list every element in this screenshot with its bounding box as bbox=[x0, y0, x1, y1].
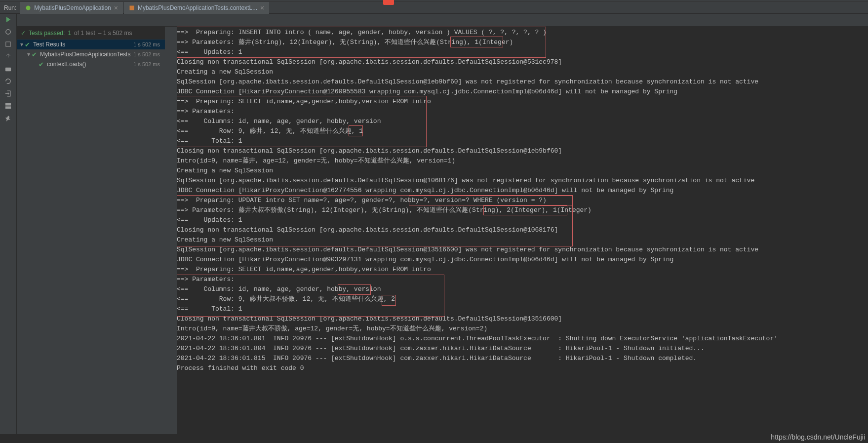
console-line: <== Total: 1 bbox=[177, 136, 866, 146]
console-line: Process finished with exit code 0 bbox=[177, 363, 866, 373]
status-count: 1 bbox=[68, 30, 71, 37]
console-line: Closing non transactional SqlSession [or… bbox=[177, 314, 866, 324]
refresh-icon[interactable] bbox=[4, 78, 12, 85]
tree-label: MybatisPlusDemoApplicationTests bbox=[40, 51, 130, 58]
tab-label: MybatisPlusDemoApplicationTests.contextL… bbox=[138, 4, 257, 11]
tree-time: 1 s 502 ms bbox=[133, 51, 163, 57]
console-line: ==> Preparing: SELECT id,name,age,gender… bbox=[177, 97, 866, 107]
svg-rect-6 bbox=[5, 106, 11, 109]
console-toolbar bbox=[165, 27, 177, 434]
console-line: <== Updates: 1 bbox=[177, 47, 866, 57]
run-label: Run: bbox=[0, 4, 20, 11]
svg-rect-5 bbox=[5, 103, 11, 106]
console-line: ==> Parameters: bbox=[177, 107, 866, 117]
console-line: ==> Preparing: INSERT INTO intro ( name,… bbox=[177, 28, 866, 38]
chevron-down-icon[interactable]: ▾ bbox=[19, 41, 25, 48]
svg-rect-1 bbox=[129, 5, 134, 10]
export-icon[interactable] bbox=[4, 53, 12, 60]
spring-icon bbox=[25, 5, 31, 11]
console-line: ==> Preparing: UPDATE intro SET name=?, … bbox=[177, 196, 866, 205]
console-line: <== Columns: id, name, age, gender, hobb… bbox=[177, 117, 866, 126]
svg-point-2 bbox=[6, 30, 10, 34]
tree-suite[interactable]: ▾ ✔ MybatisPlusDemoApplicationTests 1 s … bbox=[17, 49, 165, 59]
console-line: <== Updates: 1 bbox=[177, 215, 866, 225]
camera-icon[interactable] bbox=[4, 65, 12, 73]
console-line: SqlSession [org.apache.ibatis.session.de… bbox=[177, 77, 866, 87]
console-line: <== Row: 9, 藤井大叔不骄傲, 12, 无, 不知道些什么兴趣, 2 bbox=[177, 294, 866, 304]
console-line: Intro(id=9, name=藤井大叔不骄傲, age=12, gender… bbox=[177, 324, 866, 334]
console-line: 2021-04-22 18:36:01.804 INFO 20976 --- [… bbox=[177, 344, 866, 354]
console-line: Creating a new SqlSession bbox=[177, 166, 866, 176]
pass-icon: ✔ bbox=[32, 51, 37, 58]
console-output[interactable]: ==> Preparing: INSERT INTO intro ( name,… bbox=[177, 27, 868, 434]
console-line: Closing non transactional SqlSession [or… bbox=[177, 57, 866, 67]
svg-rect-3 bbox=[6, 42, 10, 46]
console-line: ==> Parameters: 藤井大叔不骄傲(String), 12(Inte… bbox=[177, 205, 866, 215]
tab-tests[interactable]: MybatisPlusDemoApplicationTests.contextL… bbox=[124, 2, 269, 14]
tree-label: contextLoads() bbox=[47, 61, 86, 68]
console-line: 2021-04-22 18:36:01.815 INFO 20976 --- [… bbox=[177, 354, 866, 363]
console-line: SqlSession [org.apache.ibatis.session.de… bbox=[177, 176, 866, 186]
console-line: Creating a new SqlSession bbox=[177, 67, 866, 77]
tree-time: 1 s 502 ms bbox=[133, 61, 163, 67]
exit-icon[interactable] bbox=[4, 90, 12, 97]
console-line: <== Row: 9, 藤井, 12, 无, 不知道些什么兴趣, 1 bbox=[177, 126, 866, 136]
tree-label: Test Results bbox=[33, 41, 65, 48]
pass-icon: ✔ bbox=[39, 61, 44, 68]
tree-root[interactable]: ▾ ✔ Test Results 1 s 502 ms bbox=[17, 40, 165, 49]
run-icon[interactable] bbox=[4, 16, 12, 23]
console-line: JDBC Connection [HikariProxyConnection@1… bbox=[177, 87, 866, 97]
svg-point-0 bbox=[26, 5, 31, 10]
left-gutter bbox=[0, 14, 17, 434]
chevron-down-icon[interactable]: ▾ bbox=[26, 51, 32, 58]
tab-app[interactable]: MybatisPlusDemoApplication × bbox=[20, 2, 123, 14]
console-line: JDBC Connection [HikariProxyConnection@1… bbox=[177, 186, 866, 196]
console-line: ==> Parameters: 藤井(String), 12(Integer),… bbox=[177, 38, 866, 47]
status-prefix: Tests passed: bbox=[29, 30, 65, 37]
test-icon bbox=[129, 5, 135, 11]
tree-test[interactable]: ✔ contextLoads() 1 s 502 ms bbox=[17, 59, 165, 69]
breadcrumb bbox=[0, 0, 868, 2]
tree-time: 1 s 502 ms bbox=[133, 41, 163, 47]
status-mid: of 1 test bbox=[74, 30, 95, 37]
console-line: SqlSession [org.apache.ibatis.session.de… bbox=[177, 245, 866, 255]
tab-label: MybatisPlusDemoApplication bbox=[34, 4, 111, 11]
console-line: 2021-04-22 18:36:01.801 INFO 20976 --- [… bbox=[177, 334, 866, 344]
structure-icon[interactable] bbox=[4, 40, 12, 48]
console-line: Closing non transactional SqlSession [or… bbox=[177, 225, 866, 235]
console-line: ==> Parameters: bbox=[177, 275, 866, 284]
status-time: – 1 s 502 ms bbox=[98, 30, 132, 37]
console-line: <== Columns: id, name, age, gender, hobb… bbox=[177, 284, 866, 294]
tests-status: ✓ Tests passed: 1 of 1 test – 1 s 502 ms bbox=[17, 27, 165, 40]
console-line: <== Total: 1 bbox=[177, 304, 866, 314]
console-line: Closing non transactional SqlSession [or… bbox=[177, 146, 866, 156]
console-line: Creating a new SqlSession bbox=[177, 235, 866, 245]
search-indicator-icon[interactable] bbox=[383, 0, 394, 5]
close-icon[interactable]: × bbox=[260, 4, 264, 12]
pin-icon[interactable] bbox=[4, 115, 12, 122]
console-line: Intro(id=9, name=藤井, age=12, gender=无, h… bbox=[177, 156, 866, 166]
run-tab-bar: Run: MybatisPlusDemoApplication × Mybati… bbox=[0, 2, 868, 14]
pass-icon: ✔ bbox=[25, 41, 30, 48]
close-icon[interactable]: × bbox=[114, 4, 118, 12]
test-toolbar bbox=[17, 14, 868, 27]
check-icon: ✓ bbox=[21, 30, 26, 37]
debug-icon[interactable] bbox=[4, 28, 12, 36]
layout-icon[interactable] bbox=[4, 102, 12, 110]
test-tree[interactable]: ✓ Tests passed: 1 of 1 test – 1 s 502 ms… bbox=[17, 27, 165, 434]
console-line: ==> Preparing: SELECT id,name,age,gender… bbox=[177, 265, 866, 275]
console-line: JDBC Connection [HikariProxyConnection@9… bbox=[177, 255, 866, 265]
svg-rect-4 bbox=[5, 68, 11, 72]
watermark: https://blog.csdn.net/UncleFujii bbox=[771, 433, 865, 441]
